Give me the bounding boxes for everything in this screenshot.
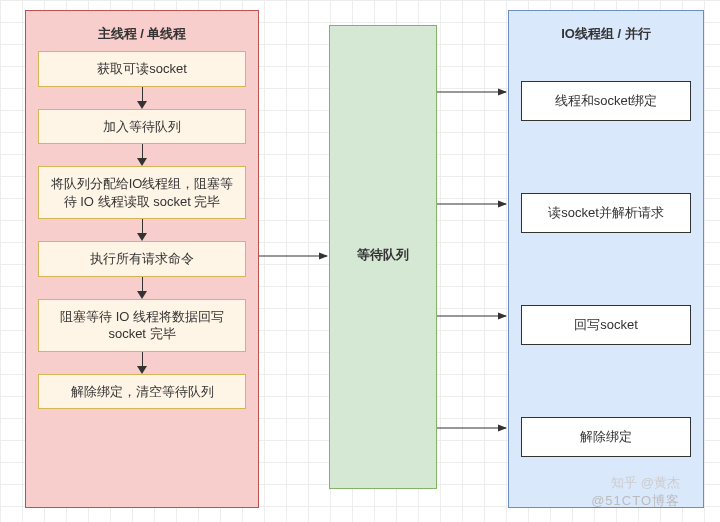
watermark-zhihu: 知乎 @黄杰 (611, 474, 680, 492)
arrow-down-icon (137, 291, 147, 299)
queue-label: 等待队列 (357, 246, 409, 264)
io-step-1: 线程和socket绑定 (521, 81, 691, 121)
arrow-down-icon (137, 101, 147, 109)
panel-io-title: IO线程组 / 并行 (521, 25, 691, 43)
main-steps-column: 获取可读socket 加入等待队列 将队列分配给IO线程组，阻塞等待 IO 线程… (38, 51, 246, 409)
arrow-down-icon (137, 366, 147, 374)
io-step-4: 解除绑定 (521, 417, 691, 457)
main-step-3: 将队列分配给IO线程组，阻塞等待 IO 线程读取 socket 完毕 (38, 166, 246, 219)
panel-io-threads: IO线程组 / 并行 线程和socket绑定 读socket并解析请求 回写so… (508, 10, 704, 508)
arrow-down-icon (137, 233, 147, 241)
io-step-2: 读socket并解析请求 (521, 193, 691, 233)
diagram-canvas: 主线程 / 单线程 获取可读socket 加入等待队列 将队列分配给IO线程组，… (0, 0, 720, 522)
main-step-2: 加入等待队列 (38, 109, 246, 145)
panel-main-thread: 主线程 / 单线程 获取可读socket 加入等待队列 将队列分配给IO线程组，… (25, 10, 259, 508)
panel-wait-queue: 等待队列 (329, 25, 437, 489)
watermark-51cto: @51CTO博客 (591, 492, 680, 510)
io-step-3: 回写socket (521, 305, 691, 345)
main-step-4: 执行所有请求命令 (38, 241, 246, 277)
io-steps-column: 线程和socket绑定 读socket并解析请求 回写socket 解除绑定 (521, 73, 691, 457)
panel-main-title: 主线程 / 单线程 (38, 25, 246, 43)
main-step-6: 解除绑定，清空等待队列 (38, 374, 246, 410)
main-step-1: 获取可读socket (38, 51, 246, 87)
arrow-down-icon (137, 158, 147, 166)
main-step-5: 阻塞等待 IO 线程将数据回写 socket 完毕 (38, 299, 246, 352)
